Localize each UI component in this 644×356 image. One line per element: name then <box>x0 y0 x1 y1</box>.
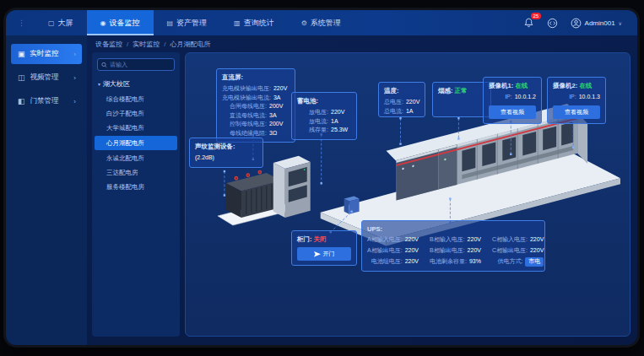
ip-value: 10.0.1.3 <box>579 93 600 102</box>
top-nav-bar: ⋮ ▢ 大屏 ◉ 设备监控 ▤ 资产管理 ▥ 查询统计 ⚙ 系统管理 25 <box>6 10 637 35</box>
ip-value: 10.0.1.2 <box>515 93 536 102</box>
tree-item-station-2[interactable]: 白沙子配电所 <box>97 106 175 121</box>
monitor-icon: ◉ <box>100 19 106 27</box>
sidebar-item-label: 视频管理 <box>30 73 59 83</box>
tree-item-station-7[interactable]: 服务楼配电房 <box>97 180 175 194</box>
sound-value: (2.2dB) <box>195 154 215 163</box>
tab-device-monitoring[interactable]: ◉ 设备监控 <box>87 10 154 35</box>
tree-item-station-6[interactable]: 三达配电房 <box>97 165 175 180</box>
screenshot-stage: ⋮ ▢ 大屏 ◉ 设备监控 ▤ 资产管理 ▥ 查询统计 ⚙ 系统管理 25 <box>0 0 644 356</box>
notification-badge: 25 <box>531 13 541 19</box>
view-video-button[interactable]: 查看视频 <box>489 105 536 119</box>
search-input[interactable] <box>110 62 170 67</box>
cabinet-door-panel: 柜门: 关闭 开门 <box>291 230 357 266</box>
username: Admin001 <box>585 19 615 27</box>
tab-query-statistics[interactable]: ▥ 查询统计 <box>220 10 288 35</box>
ups-column-b: B相输入电压:220V B相输出电压:220V 电池剩余容量:93% <box>430 235 481 267</box>
sidebar-item-label: 门禁管理 <box>30 96 59 106</box>
panel-title: 烟感: 正常 <box>438 87 485 95</box>
sidebar-item-realtime-monitoring[interactable]: ▣ 实时监控 › <box>11 44 82 64</box>
ups-column-c: C相输入电压:220V C相输出电压:220V 供电方式:市电 <box>492 235 544 267</box>
sidebar-item-label: 实时监控 <box>30 49 59 59</box>
field-value: 3A <box>269 111 290 121</box>
chevron-down-icon: ∨ <box>619 20 622 26</box>
status-badge: 正常 <box>455 87 468 94</box>
field-label: 充电模块输出电流: <box>222 94 271 103</box>
tree-root-node[interactable]: ▾ 湖大校区 <box>98 79 175 89</box>
panel-title: 摄像机1: 在线 <box>489 82 536 90</box>
status-badge: 在线 <box>515 82 528 89</box>
breadcrumb: 设备监控 / 实时监控 / 心月湖配电所 <box>87 35 637 52</box>
field-value: 200V <box>269 120 290 129</box>
dc-screen-panel: 直流屏: 充电模块输出电压:220V 充电模块输出电流:3A 合闸母线电压:20… <box>216 68 295 143</box>
panel-title: 柜门: 关闭 <box>297 235 351 244</box>
screen-icon: ▢ <box>48 19 55 27</box>
stats-icon: ▥ <box>234 19 241 27</box>
breadcrumb-separator: / <box>164 40 165 48</box>
view-video-button[interactable]: 查看视频 <box>553 105 600 119</box>
field-label: IP: <box>553 93 576 102</box>
field-label: 控制母线电压: <box>222 120 267 129</box>
field-label: 放电流: <box>297 117 328 127</box>
tab-system-management[interactable]: ⚙ 系统管理 <box>288 10 354 35</box>
tab-label: 设备监控 <box>110 18 140 29</box>
station-tree-panel: ▾ 湖大校区 综合楼配电所 白沙子配电所 大学城配电所 心月湖配电所 永诚北配电… <box>92 52 180 337</box>
app-window: ⋮ ▢ 大屏 ◉ 设备监控 ▤ 资产管理 ▥ 查询统计 ⚙ 系统管理 25 <box>6 10 637 345</box>
sidebar-item-access-control[interactable]: ◧ 门禁管理 › <box>11 91 82 111</box>
tree-item-station-5[interactable]: 永诚北配电所 <box>97 151 175 165</box>
breadcrumb-separator: / <box>127 40 128 48</box>
notification-bell-icon[interactable]: 25 <box>523 17 535 29</box>
field-label: 总电流: <box>384 107 403 116</box>
gear-icon: ⚙ <box>301 19 307 27</box>
realtime-monitor-icon: ▣ <box>18 50 25 58</box>
ups-column-a: A相输入电压:220V A相输出电压:220V 电池组电压:220V <box>367 235 419 267</box>
breadcrumb-item: 心月湖配电所 <box>170 40 210 49</box>
panel-title: 声纹监测设备: <box>195 143 257 151</box>
status-badge: 关闭 <box>314 235 327 243</box>
camera2-panel: 摄像机2: 在线 IP:10.0.1.3 查看视频 <box>547 77 606 124</box>
open-door-button[interactable]: 开门 <box>297 247 351 261</box>
tab-label: 查询统计 <box>244 18 274 29</box>
tab-dashboard[interactable]: ▢ 大屏 <box>35 10 87 35</box>
field-value: 200V <box>269 102 290 111</box>
field-label: 放电压: <box>297 108 328 117</box>
status-badge: 在线 <box>579 82 592 89</box>
breadcrumb-item[interactable]: 实时监控 <box>133 40 160 49</box>
field-label: 直流母线电流: <box>222 111 267 121</box>
field-label: 充电模块输出电压: <box>222 84 271 94</box>
topbar-right-cluster: 25 Admin001 ∨ <box>523 10 637 35</box>
tab-asset-management[interactable]: ▤ 资产管理 <box>154 10 221 35</box>
field-label: 母线绝缘电阻: <box>222 129 267 138</box>
door-icon: ◧ <box>18 97 25 105</box>
panel-title: 蓄电池: <box>297 97 351 105</box>
tree-expand-icon: ▾ <box>98 81 100 87</box>
tab-label: 大屏 <box>58 18 73 29</box>
cabinet-graphic <box>273 156 311 218</box>
panel-title: UPS: <box>367 225 539 233</box>
tree-root-label: 湖大校区 <box>103 79 130 89</box>
panel-title: 摄像机2: 在线 <box>553 82 600 90</box>
field-label: 残存量: <box>297 126 328 135</box>
asset-icon: ▤ <box>167 19 174 27</box>
field-value: 220V <box>273 84 294 94</box>
tree-search-box[interactable] <box>97 58 175 71</box>
field-value: 25.3W <box>331 126 351 135</box>
temperature-panel: 温度: 总电压:220V 总电流:1A <box>378 82 425 117</box>
user-menu[interactable]: Admin001 ∨ <box>571 18 622 29</box>
chevron-right-icon: › <box>73 51 76 58</box>
sidebar-item-video-management[interactable]: ◫ 视频管理 › <box>11 67 82 88</box>
right-zone: 设备监控 / 实时监控 / 心月湖配电所 ▾ 湖大校区 综合楼 <box>87 35 637 345</box>
tree-item-station-3[interactable]: 大学城配电所 <box>97 121 175 135</box>
fullscreen-icon[interactable] <box>547 17 559 29</box>
breadcrumb-item[interactable]: 设备监控 <box>95 40 122 49</box>
camera1-panel: 摄像机1: 在线 IP:10.0.1.2 查看视频 <box>483 77 542 124</box>
panel-title: 温度: <box>384 87 419 95</box>
field-value: 220V <box>331 108 351 117</box>
tree-item-station-4-selected[interactable]: 心月湖配电所 <box>95 136 177 150</box>
tree-item-station-1[interactable]: 综合楼配电所 <box>97 92 175 106</box>
field-value: 3Ω <box>269 129 290 138</box>
field-value: 1A <box>406 107 426 116</box>
search-icon <box>101 62 107 68</box>
power-mode-badge: 市电 <box>525 257 544 267</box>
chevron-right-icon: › <box>73 98 76 105</box>
